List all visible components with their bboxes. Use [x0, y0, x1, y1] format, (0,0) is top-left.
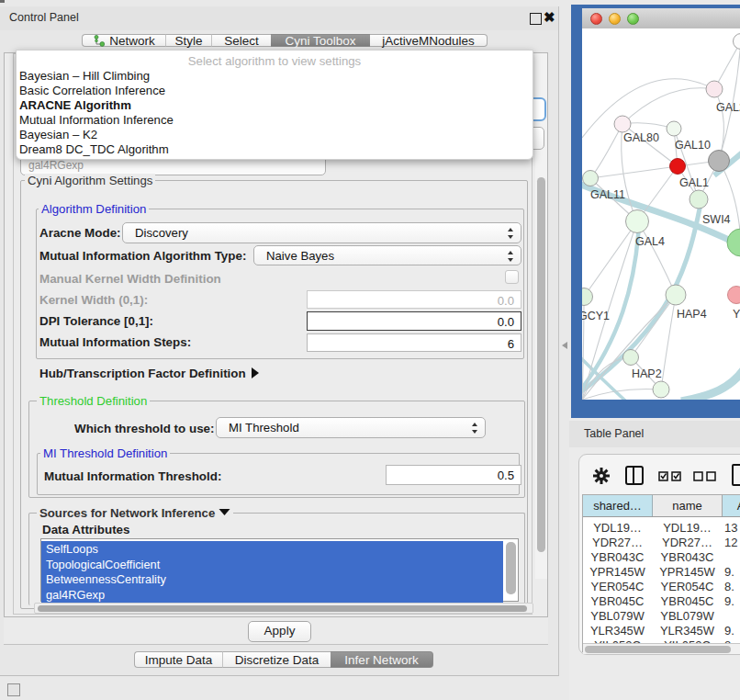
svg-text:GAL11: GAL11: [590, 188, 625, 201]
svg-text:SWI4: SWI4: [702, 213, 731, 226]
svg-text:HAP2: HAP2: [632, 367, 662, 380]
svg-text:GAL10: GAL10: [675, 139, 711, 152]
svg-text:GAL4: GAL4: [635, 235, 665, 248]
svg-text:GCY1: GCY1: [582, 310, 610, 322]
svg-text:GAL1: GAL1: [679, 176, 709, 189]
svg-text:GAL80: GAL80: [623, 131, 659, 144]
svg-text:YEL: YEL: [733, 308, 740, 321]
svg-text:GAL2: GAL2: [716, 101, 740, 114]
svg-text:HAP4: HAP4: [677, 308, 707, 321]
